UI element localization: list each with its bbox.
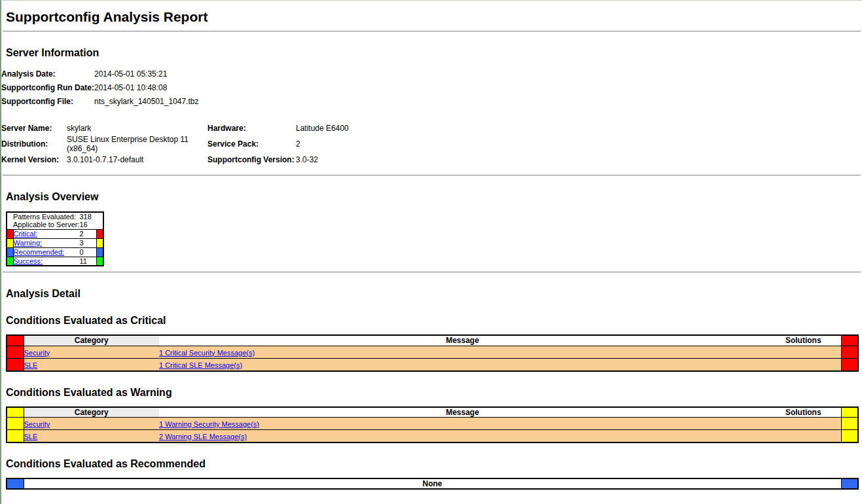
warning-marker-cell	[841, 407, 858, 418]
field-value: 3.0.101-0.7.17-default	[67, 153, 207, 166]
page-title: Supportconfig Analysis Report	[6, 9, 857, 25]
success-count: 11	[80, 257, 97, 266]
table-row: Supportconfig Run Date: 2014-05-01 10:48…	[1, 81, 198, 94]
recommended-marker-cell	[7, 478, 24, 489]
table-row: Success: 11	[7, 257, 103, 266]
field-label: Supportconfig Run Date:	[1, 81, 94, 94]
category-link[interactable]: SLE	[24, 433, 38, 441]
summary-label: Patterns Evaluated:	[13, 212, 80, 221]
warning-table: Category Message Solutions Security 1 Wa…	[6, 406, 859, 444]
recommended-swatch	[7, 247, 13, 257]
critical-marker-cell	[841, 358, 858, 371]
analysis-detail-heading: Analysis Detail	[6, 288, 857, 300]
table-row: Applicable to Server: 16	[7, 221, 103, 229]
table-row: Kernel Version: 3.0.101-0.7.17-default S…	[1, 153, 349, 166]
summary-label: Applicable to Server:	[13, 221, 80, 229]
table-row: Critical: 2	[7, 229, 103, 238]
warning-marker-cell	[841, 418, 858, 430]
critical-table: Category Message Solutions Security 1 Cr…	[6, 334, 859, 372]
field-label: Supportconfig Version:	[207, 153, 296, 166]
warning-link[interactable]: Warning:	[14, 239, 43, 247]
table-row: Supportconfig File: nts_skylark_140501_1…	[1, 94, 198, 108]
analysis-overview-heading: Analysis Overview	[6, 191, 857, 203]
warning-swatch	[97, 238, 103, 247]
warning-count: 3	[80, 238, 97, 247]
category-link[interactable]: Security	[24, 349, 50, 357]
warning-marker-cell	[7, 430, 24, 443]
field-value: 2014-05-01 05:35:21	[94, 67, 198, 81]
field-label: Service Pack:	[207, 135, 296, 153]
message-link[interactable]: 1 Warning Security Message(s)	[159, 420, 259, 428]
solutions-cell	[766, 358, 841, 371]
table-row: Analysis Date: 2014-05-01 05:35:21	[1, 67, 198, 81]
solutions-cell	[766, 418, 841, 430]
success-swatch	[7, 257, 13, 266]
server-details-table: Server Name: skylark Hardware: Latitude …	[1, 122, 349, 166]
critical-link[interactable]: Critical:	[14, 230, 38, 238]
analysis-overview-table: Patterns Evaluated: 318 Applicable to Se…	[6, 211, 104, 266]
success-swatch	[97, 257, 103, 266]
column-header-solutions: Solutions	[766, 335, 841, 346]
field-value: 2	[296, 135, 349, 153]
success-link[interactable]: Success:	[14, 257, 43, 265]
warning-marker-cell	[7, 407, 24, 418]
recommended-link[interactable]: Recommended:	[14, 248, 65, 256]
summary-value: 318	[80, 212, 97, 221]
field-label: Server Name:	[1, 122, 67, 135]
recommended-section-heading: Conditions Evaluated as Recommended	[6, 458, 857, 470]
table-row: SLE 2 Warning SLE Message(s)	[7, 430, 858, 443]
warning-swatch	[7, 238, 13, 247]
field-value: 2014-05-01 10:48:08	[94, 81, 198, 94]
column-header-category: Category	[24, 335, 159, 346]
table-row: None	[7, 478, 858, 489]
field-value: 3.0-32	[296, 153, 349, 166]
critical-count: 2	[80, 229, 97, 238]
message-link[interactable]: 1 Critical Security Message(s)	[159, 349, 255, 357]
field-value: SUSE Linux Enterprise Desktop 11 (x86_64…	[67, 135, 207, 153]
table-row: Server Name: skylark Hardware: Latitude …	[1, 122, 349, 135]
warning-section-heading: Conditions Evaluated as Warning	[6, 387, 857, 399]
field-value: skylark	[67, 122, 207, 135]
critical-marker-cell	[7, 358, 24, 371]
recommended-count: 0	[80, 247, 97, 257]
recommended-swatch	[97, 247, 103, 257]
table-row: Security 1 Warning Security Message(s)	[7, 418, 858, 430]
category-link[interactable]: SLE	[24, 361, 38, 369]
none-label: None	[24, 478, 841, 489]
table-row: SLE 1 Critical SLE Message(s)	[7, 358, 858, 371]
recommended-marker-cell	[841, 478, 858, 489]
field-label: Distribution:	[1, 135, 67, 153]
table-row: Security 1 Critical Security Message(s)	[7, 346, 858, 358]
field-label: Hardware:	[207, 122, 296, 135]
warning-marker-cell	[841, 430, 858, 443]
divider	[3, 272, 861, 273]
server-information-heading: Server Information	[6, 47, 857, 59]
field-value: nts_skylark_140501_1047.tbz	[94, 94, 198, 108]
table-header-row: Category Message Solutions	[7, 335, 858, 346]
field-label: Analysis Date:	[1, 67, 94, 81]
recommended-table: None	[6, 478, 859, 490]
message-link[interactable]: 2 Warning SLE Message(s)	[159, 433, 247, 441]
analysis-info-table: Analysis Date: 2014-05-01 05:35:21 Suppo…	[1, 67, 198, 108]
table-row: Recommended: 0	[7, 247, 103, 257]
table-header-row: Category Message Solutions	[7, 407, 858, 418]
critical-marker-cell	[841, 335, 858, 346]
solutions-cell	[766, 430, 841, 443]
critical-section-heading: Conditions Evaluated as Critical	[6, 315, 857, 327]
critical-marker-cell	[7, 335, 24, 346]
critical-swatch	[7, 229, 13, 238]
message-link[interactable]: 1 Critical SLE Message(s)	[159, 361, 242, 369]
divider	[3, 175, 861, 176]
summary-value: 16	[80, 221, 97, 229]
category-link[interactable]: Security	[24, 420, 50, 428]
table-row: Patterns Evaluated: 318	[7, 212, 103, 221]
warning-marker-cell	[7, 418, 24, 430]
column-header-message: Message	[159, 407, 766, 418]
critical-marker-cell	[841, 346, 858, 358]
critical-marker-cell	[7, 346, 24, 358]
column-header-solutions: Solutions	[766, 407, 841, 418]
field-value: Latitude E6400	[296, 122, 349, 135]
field-label: Kernel Version:	[1, 153, 67, 166]
field-label: Supportconfig File:	[1, 94, 94, 108]
table-row: Distribution: SUSE Linux Enterprise Desk…	[1, 135, 349, 153]
